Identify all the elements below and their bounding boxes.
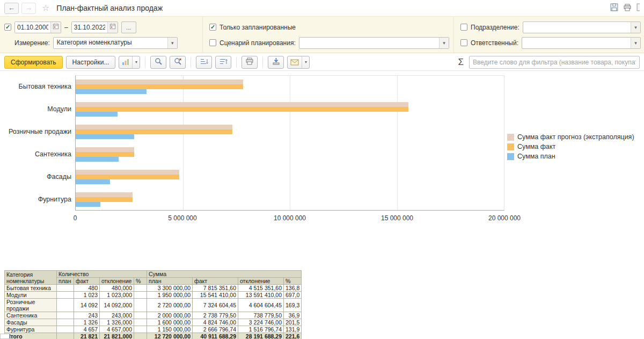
chevron-down-icon[interactable]: ▾ [631, 38, 640, 48]
table-cell [134, 319, 147, 326]
chart-bar[interactable] [76, 112, 118, 117]
chart-variant-icon [119, 59, 132, 66]
print-button[interactable] [241, 56, 258, 69]
chart-bar-group [76, 166, 504, 189]
toolbar-separator [145, 57, 145, 68]
table-cell: Бытовая техника [5, 285, 57, 292]
chart-bar[interactable] [76, 134, 134, 139]
col-header-sum-percent: % [284, 278, 302, 285]
date-from-calendar-button[interactable] [50, 22, 61, 33]
scrollbar-corner[interactable] [0, 334, 10, 339]
chart-bar[interactable] [76, 192, 133, 197]
chart-legend: Сумма факт прогноз (экстраполяция)Сумма … [507, 132, 634, 161]
print-preview-button[interactable] [623, 4, 632, 13]
scenario-combo[interactable]: ▾ [299, 37, 449, 49]
col-header-qty-deviation: отклонение [100, 278, 134, 285]
search-button[interactable] [150, 56, 166, 69]
table-total-row[interactable]: Итого21 82121 821,00012 720 000,0040 911… [5, 333, 302, 339]
dimension-value: Категория номенклатуры [54, 38, 167, 48]
chart-bar[interactable] [76, 84, 243, 89]
table-row[interactable]: Бытовая техника480480,0003 300 000,007 8… [5, 285, 302, 292]
chart-bar[interactable] [76, 125, 232, 129]
dimension-combo[interactable]: Категория номенклатуры ▾ [53, 37, 178, 49]
table-cell: 21 821,000 [100, 333, 134, 339]
sum-button[interactable]: Σ [456, 57, 466, 68]
legend-label: Сумма план [517, 153, 555, 160]
chart-bar[interactable] [76, 179, 110, 184]
chart-bar[interactable] [76, 102, 408, 107]
table-row[interactable]: Розничные продажи14 09214 092,0002 720 0… [5, 299, 302, 312]
table-row[interactable]: Фасады1 3261 326,0001 600 000,004 824 74… [5, 319, 302, 326]
more-actions-button[interactable] [636, 3, 640, 13]
table-cell: 14 092 [74, 299, 100, 312]
report-table-body: Бытовая техника480480,0003 300 000,007 8… [5, 285, 302, 339]
period-section: ✓ – ... Измерение: Категория номенклатур… [0, 17, 203, 53]
sort-ascending-button[interactable] [196, 56, 212, 69]
table-cell: 131,9 [284, 326, 302, 333]
chevron-down-icon[interactable]: ▾ [167, 38, 177, 48]
chart-bar[interactable] [76, 107, 408, 112]
table-cell: 28 191 688,29 [238, 333, 284, 339]
responsible-checkbox[interactable] [460, 39, 467, 46]
mail-icon [288, 59, 302, 66]
chevron-down-icon[interactable]: ▾ [631, 22, 640, 33]
sort-descending-button[interactable] [215, 56, 231, 69]
chart-bar[interactable] [76, 89, 147, 94]
table-row[interactable]: Модули1 0231 023,0001 950 000,0015 541 4… [5, 292, 302, 299]
chart-bar[interactable] [76, 129, 232, 134]
table-cell: 15 541 410,00 [193, 292, 238, 299]
favorite-star-icon[interactable]: ☆ [42, 4, 49, 12]
date-to-calendar-button[interactable] [107, 22, 118, 33]
save-result-button[interactable] [268, 56, 284, 69]
table-cell: 1 150 000,00 [147, 326, 193, 333]
chart-bar[interactable] [76, 175, 179, 179]
chart-bar[interactable] [76, 157, 119, 162]
chevron-down-icon[interactable]: ▾ [302, 56, 309, 68]
settings-button[interactable]: Настройки... [66, 56, 116, 69]
table-row[interactable]: Фурнитура4 6574 657,0001 150 000,002 666… [5, 326, 302, 333]
only-planned-checkbox[interactable]: ✓ [209, 24, 216, 31]
chart-bar[interactable] [76, 80, 243, 84]
cancel-search-button[interactable] [170, 56, 186, 69]
send-email-button[interactable]: ▾ [287, 56, 310, 69]
chevron-down-icon[interactable]: ▾ [132, 56, 140, 68]
legend-swatch [507, 143, 514, 150]
department-checkbox[interactable] [460, 24, 467, 31]
col-group-sum: Сумма [147, 271, 302, 278]
table-cell [57, 326, 74, 333]
chart-bar[interactable] [76, 202, 100, 207]
date-to-input[interactable] [72, 22, 107, 33]
responsible-combo[interactable]: ▾ [522, 37, 641, 49]
table-cell [134, 285, 147, 292]
printer-icon [245, 57, 254, 67]
col-header-sum-plan: план [147, 278, 193, 285]
period-more-button[interactable]: ... [121, 21, 136, 33]
filter-panel: ✓ – ... Измерение: Категория номенклатур… [0, 16, 644, 53]
chart-bar[interactable] [76, 147, 134, 152]
col-group-quantity: Количество [57, 271, 147, 278]
chart-bar[interactable] [76, 152, 134, 157]
chart-category-label: Сантехника [0, 143, 71, 165]
table-cell: 169,3 [284, 299, 302, 312]
plan-fact-chart: Бытовая техникаМодулиРозничные продажиСа… [0, 71, 644, 233]
chart-x-tick-label: 0 [74, 214, 77, 222]
chart-bar[interactable] [76, 197, 133, 202]
generate-button[interactable]: Сформировать [4, 56, 63, 69]
department-combo[interactable]: ▾ [523, 21, 641, 33]
back-button[interactable]: ← [4, 3, 19, 14]
report-variants-button[interactable]: ▾ [119, 56, 140, 69]
toolbar-separator [236, 57, 237, 68]
table-cell [57, 285, 74, 292]
forward-button[interactable]: → [21, 3, 36, 14]
scenario-checkbox[interactable] [209, 39, 216, 46]
quick-filter-input[interactable] [469, 56, 640, 69]
period-checkbox[interactable]: ✓ [4, 24, 11, 31]
chart-x-tick-label: 20 000 000 [488, 214, 521, 222]
chart-bar[interactable] [76, 170, 179, 175]
save-report-button[interactable] [610, 3, 618, 13]
date-from-input[interactable] [15, 22, 50, 33]
legend-swatch [507, 134, 514, 141]
only-planned-label: Только запланированные [219, 24, 296, 31]
chevron-down-icon[interactable]: ▾ [439, 38, 449, 48]
table-row[interactable]: Сантехника243243,0002 000 000,002 738 77… [5, 312, 302, 319]
